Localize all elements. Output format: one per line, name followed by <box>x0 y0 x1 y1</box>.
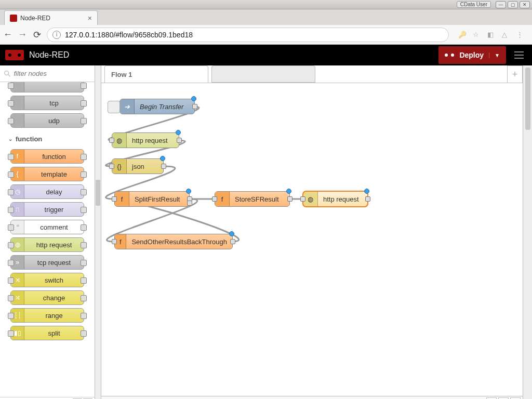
output-port[interactable] <box>287 196 292 202</box>
node-begin-transfer[interactable]: ➔ Begin Transfer <box>119 99 195 114</box>
app-header: Node-RED Deploy ▼ <box>0 45 532 65</box>
palette-node-split[interactable]: ▮▯split <box>10 326 84 340</box>
change-icon: ⤭ <box>11 291 24 304</box>
output-port-2[interactable] <box>187 201 192 206</box>
palette-node-switch[interactable]: ⤨switch <box>10 273 84 287</box>
add-tab-button[interactable]: + <box>507 65 523 83</box>
canvas-scrollbar[interactable] <box>525 68 530 130</box>
palette-node-function[interactable]: ffunction <box>10 149 84 164</box>
node-split-first-result[interactable]: f SplitFirstResult <box>114 191 190 207</box>
delay-icon: ◷ <box>11 185 24 198</box>
globe-icon: ◍ <box>112 133 127 148</box>
globe-icon: ◍ <box>303 192 318 206</box>
changed-dot-icon <box>191 96 196 101</box>
app-title: Node-RED <box>29 50 69 60</box>
json-icon: {} <box>112 159 127 174</box>
node-store-sf-result[interactable]: f StoreSFResult <box>215 191 290 207</box>
palette-node-partial[interactable] <box>10 82 84 92</box>
flow-tabs: Flow 1 + <box>101 65 523 83</box>
output-port[interactable] <box>365 196 370 202</box>
browser-menu-icon[interactable]: ⋮ <box>516 31 525 39</box>
palette-filter-input[interactable] <box>14 70 90 77</box>
drive-icon[interactable]: △ <box>502 31 510 39</box>
star-icon[interactable]: ☆ <box>473 31 481 39</box>
site-info-icon[interactable]: i <box>52 31 61 39</box>
close-tab-icon[interactable]: × <box>88 14 92 22</box>
changed-dot-icon <box>286 189 291 194</box>
deploy-button[interactable]: Deploy ▼ <box>438 46 506 64</box>
pdf-icon[interactable]: ◧ <box>487 31 496 39</box>
node-http-request-2[interactable]: ◍ http request <box>303 191 368 207</box>
favicon-icon <box>10 15 17 22</box>
palette-node-tcp[interactable]: tcp <box>10 96 84 110</box>
palette-resize-handle[interactable] <box>95 65 101 399</box>
palette-node-http-request[interactable]: ◍http request <box>10 237 84 252</box>
browser-toolbar: ← → ⟳ i 127.0.0.1:1880/#flow/9658cb09.1b… <box>0 25 532 45</box>
nodered-logo-icon <box>5 50 24 60</box>
reload-button[interactable]: ⟳ <box>32 29 42 41</box>
deploy-icon <box>445 52 454 58</box>
switch-icon: ⤨ <box>11 273 24 287</box>
url-text: 127.0.0.1:1880/#flow/9658cb09.1bed18 <box>65 31 193 39</box>
output-port[interactable] <box>161 164 166 169</box>
main-menu-button[interactable] <box>511 51 527 59</box>
node-icon <box>11 114 24 127</box>
browser-tabstrip: Node-RED × <box>0 9 532 25</box>
changed-dot-icon <box>176 130 181 135</box>
template-icon: { <box>11 167 24 181</box>
tab-empty[interactable] <box>211 65 315 83</box>
changed-dot-icon <box>364 189 369 194</box>
forward-button[interactable]: → <box>18 29 27 40</box>
input-port[interactable] <box>112 196 117 202</box>
range-icon: ┆┆ <box>11 309 24 322</box>
palette-node-udp[interactable]: udp <box>10 113 84 128</box>
output-port[interactable] <box>177 138 182 143</box>
node-icon <box>11 82 24 92</box>
chevron-down-icon: ⌄ <box>8 136 12 142</box>
split-icon: ▮▯ <box>11 326 24 340</box>
palette-node-trigger[interactable]: ⎍trigger <box>10 202 84 217</box>
back-button[interactable]: ← <box>3 29 12 40</box>
close-window-button[interactable]: ✕ <box>520 1 530 8</box>
input-port[interactable] <box>109 164 114 169</box>
node-send-other-results[interactable]: f SendOtherResultsBackThrough <box>114 234 233 249</box>
function-icon: f <box>11 150 24 163</box>
changed-dot-icon <box>229 231 234 236</box>
tcp-icon: » <box>11 256 24 269</box>
globe-icon: ◍ <box>11 238 24 251</box>
os-user-label: CData User <box>457 1 491 8</box>
node-icon <box>11 96 24 110</box>
input-port[interactable] <box>212 196 217 202</box>
palette: tcp udp ⌄ function ffunction {template ◷… <box>0 65 95 399</box>
svg-line-1 <box>8 74 10 76</box>
palette-node-template[interactable]: {template <box>10 167 84 181</box>
palette-node-delay[interactable]: ◷delay <box>10 184 84 199</box>
input-port[interactable] <box>112 239 117 244</box>
function-icon: f <box>215 192 230 206</box>
trigger-icon: ⎍ <box>11 203 24 216</box>
palette-node-comment[interactable]: ❝comment <box>10 220 84 234</box>
palette-node-range[interactable]: ┆┆range <box>10 308 84 323</box>
input-port[interactable] <box>300 196 305 202</box>
browser-tab[interactable]: Node-RED × <box>4 10 98 25</box>
palette-section-function[interactable]: ⌄ function <box>6 131 88 146</box>
node-http-request-1[interactable]: ◍ http request <box>112 132 179 148</box>
minimize-button[interactable]: — <box>496 1 506 8</box>
palette-node-change[interactable]: ⤭change <box>10 290 84 305</box>
output-port[interactable] <box>192 104 197 109</box>
deploy-dropdown-caret[interactable]: ▼ <box>489 52 500 58</box>
search-icon <box>4 70 10 77</box>
palette-search[interactable] <box>0 65 95 82</box>
node-json[interactable]: {} json <box>112 158 164 174</box>
flow-canvas[interactable]: ➔ Begin Transfer ◍ http request {} json <box>101 83 523 396</box>
maximize-button[interactable]: ▢ <box>508 1 518 8</box>
bookmark-key-icon[interactable]: 🔑 <box>458 31 467 39</box>
address-bar[interactable]: i 127.0.0.1:1880/#flow/9658cb09.1bed18 <box>47 28 449 42</box>
palette-node-tcp-request[interactable]: »tcp request <box>10 255 84 270</box>
tab-flow-1[interactable]: Flow 1 <box>104 65 208 83</box>
deploy-label: Deploy <box>459 51 484 59</box>
right-sidebar-collapsed[interactable] <box>523 65 532 399</box>
output-port[interactable] <box>230 239 235 244</box>
input-port[interactable] <box>109 138 114 143</box>
workspace: Flow 1 + ➔ Begin Transfer ◍ <box>101 65 523 399</box>
